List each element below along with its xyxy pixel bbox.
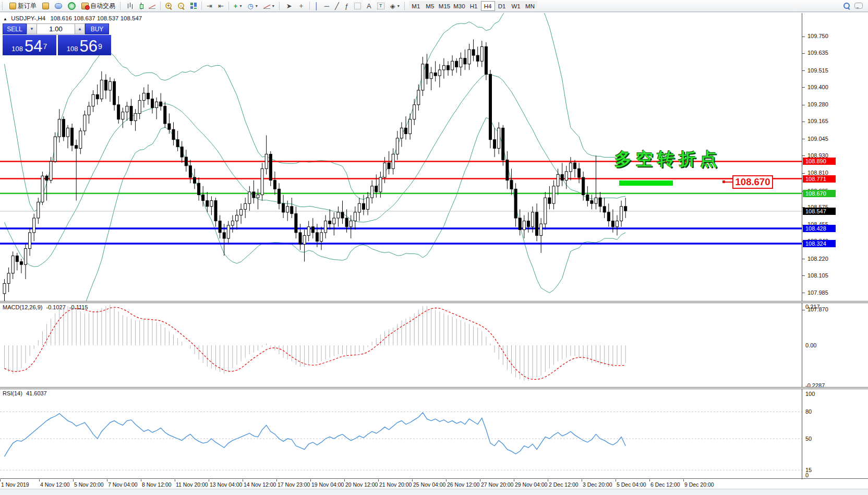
auto-scroll-button[interactable]: ⇥ — [204, 1, 215, 11]
chart-window: ▲ USDJPY-,H4 108.616 108.637 108.537 108… — [0, 12, 868, 495]
text-label-button[interactable]: T — [375, 1, 387, 11]
timeframe-w1[interactable]: W1 — [509, 1, 523, 11]
charts-profile-button[interactable] — [40, 1, 52, 11]
arrows-button[interactable]: ◈▾ — [388, 1, 402, 11]
buy-price-display[interactable]: 108569 — [58, 35, 112, 55]
group-separator — [120, 2, 123, 10]
ohlc-quotes-label: 108.616 108.637 108.537 108.547 — [50, 15, 142, 21]
bar-chart-mode-button[interactable] — [125, 1, 136, 11]
periods-button[interactable]: ◷▾ — [245, 1, 260, 11]
fibonacci-icon: ƒ — [345, 2, 348, 10]
time-label: 5 Nov 20:00 — [74, 481, 104, 488]
chat-icon[interactable] — [854, 3, 863, 9]
zoom-in-button[interactable]: + — [163, 1, 175, 11]
chart-shift-button[interactable]: ⇤ — [215, 1, 226, 11]
time-label: 27 Nov 20:00 — [481, 481, 513, 488]
collapse-arrow-icon[interactable]: ▲ — [3, 17, 7, 21]
indicators-button[interactable]: +▾ — [231, 1, 245, 11]
horizontal-line-button[interactable]: ─ — [322, 1, 332, 11]
sell-price-pip: 7 — [43, 39, 47, 54]
price-label-box[interactable]: 108.670 — [732, 175, 773, 189]
price-tick — [802, 310, 805, 310]
pane-separator[interactable] — [0, 301, 868, 303]
market-watch-button[interactable] — [52, 1, 65, 11]
time-label: 6 Dec 12:00 — [650, 481, 680, 488]
fibonacci-button[interactable]: ƒ — [342, 1, 351, 11]
crosshair-button[interactable]: ＋ — [295, 1, 307, 11]
price-tick-label: 109.400 — [807, 84, 828, 90]
price-tick — [802, 173, 805, 174]
templates-button[interactable]: ▾ — [261, 1, 277, 11]
macd-pane[interactable] — [0, 303, 802, 387]
price-tick-label: 109.635 — [807, 50, 828, 56]
pane-separator — [0, 478, 868, 479]
rsi-pane[interactable] — [0, 389, 802, 478]
template-icon — [263, 3, 270, 9]
candlestick-mode-button[interactable] — [137, 1, 146, 11]
zoom-out-button[interactable]: - — [175, 1, 187, 11]
timeframe-m30[interactable]: M30 — [452, 1, 466, 11]
grid-button[interactable] — [352, 1, 364, 11]
price-tick — [802, 122, 805, 122]
tile-windows-icon — [190, 3, 197, 9]
separator — [201, 2, 202, 10]
ohlc-bars-icon — [127, 3, 134, 9]
toolbar-drag-handle — [2, 2, 5, 10]
chart-annotation-text[interactable]: 多空转折点 — [614, 148, 721, 171]
time-tick — [649, 479, 650, 481]
zoom-in-icon: + — [165, 3, 172, 9]
time-axis[interactable]: 1 Nov 20194 Nov 12:005 Nov 20:007 Nov 04… — [0, 479, 868, 489]
price-level-badge: 108.890 — [803, 158, 836, 165]
text-button[interactable]: A — [364, 1, 374, 11]
buy-button[interactable]: BUY — [85, 23, 109, 34]
timeframe-m1[interactable]: M1 — [409, 1, 423, 11]
time-label: 4 Nov 12:00 — [40, 481, 70, 488]
timeframe-toolbar: M1M5M15M30H1H4D1W1MN — [409, 1, 537, 11]
time-tick — [344, 479, 345, 481]
add-indicator-icon: + — [234, 2, 238, 10]
time-tick — [446, 479, 447, 481]
sell-price-display[interactable]: 108547 — [3, 35, 56, 55]
timeframe-m5[interactable]: M5 — [423, 1, 437, 11]
chart-shift-icon: ⇤ — [218, 2, 224, 10]
timeframe-mn[interactable]: MN — [523, 1, 537, 11]
dropdown-arrow-icon: ▾ — [397, 4, 400, 8]
trendline-button[interactable]: ╱ — [332, 1, 342, 11]
time-tick — [480, 479, 480, 481]
trend-segment[interactable] — [619, 180, 673, 186]
signals-button[interactable] — [65, 1, 78, 11]
price-tick — [802, 87, 805, 88]
timeframe-h4[interactable]: H4 — [481, 1, 495, 11]
sell-button[interactable]: SELL — [3, 23, 27, 34]
vertical-line-button[interactable]: │ — [312, 1, 321, 11]
market-watch-icon — [55, 3, 62, 9]
time-label: 29 Nov 04:00 — [515, 481, 547, 488]
group-separator — [279, 2, 282, 10]
window-bottom-strip — [0, 489, 868, 495]
cursor-button[interactable]: ➤ — [284, 1, 295, 11]
volume-decrease-button[interactable]: ▼ — [27, 23, 37, 34]
indicator-axis-label: 100 — [805, 391, 815, 397]
auto-trading-label: 自动交易 — [90, 2, 115, 10]
auto-scroll-icon: ⇥ — [207, 2, 212, 10]
volume-increase-button[interactable]: ▲ — [75, 23, 85, 34]
line-chart-mode-button[interactable] — [146, 1, 158, 11]
time-tick — [378, 479, 379, 481]
new-order-button[interactable]: 新订单 — [7, 1, 39, 11]
volume-input[interactable] — [37, 23, 75, 34]
timeframe-h1[interactable]: H1 — [467, 1, 481, 11]
time-tick — [209, 479, 209, 481]
buy-price-prefix: 108 — [67, 44, 78, 54]
pane-separator[interactable] — [0, 387, 868, 389]
tile-windows-button[interactable] — [188, 1, 199, 11]
dropdown-arrow-icon: ▾ — [272, 4, 274, 8]
indicator-axis-label: 0.00 — [805, 342, 816, 348]
auto-trading-button[interactable]: 自动交易 — [79, 1, 118, 11]
price-axis[interactable]: 109.750109.635109.515109.400109.280109.1… — [802, 13, 868, 489]
candlestick-icon — [139, 3, 143, 9]
search-icon[interactable] — [843, 3, 850, 9]
timeframe-d1[interactable]: D1 — [495, 1, 509, 11]
timeframe-m15[interactable]: M15 — [437, 1, 452, 11]
time-tick — [0, 479, 1, 481]
trendline-icon: ╱ — [335, 2, 339, 10]
